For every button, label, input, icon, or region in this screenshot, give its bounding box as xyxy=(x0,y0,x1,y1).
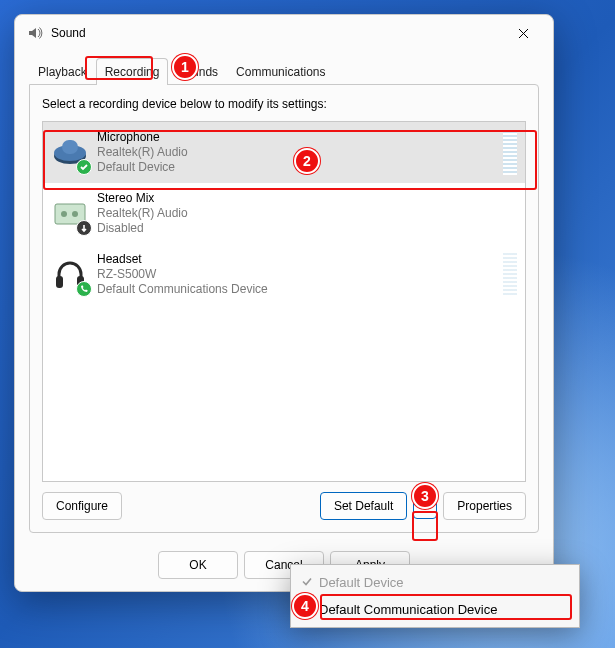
device-name: Headset xyxy=(97,252,268,267)
callout-1: 1 xyxy=(172,54,198,80)
device-status: Default Device xyxy=(97,160,188,175)
device-headset[interactable]: Headset RZ-S500W Default Communications … xyxy=(43,244,525,305)
set-default-button[interactable]: Set Default xyxy=(320,492,407,520)
titlebar: Sound xyxy=(15,15,553,51)
callout-2: 2 xyxy=(294,148,320,174)
headset-icon xyxy=(51,256,89,294)
microphone-icon xyxy=(51,134,89,172)
close-button[interactable] xyxy=(501,18,545,48)
check-badge-icon xyxy=(76,159,92,175)
device-list[interactable]: Microphone Realtek(R) Audio Default Devi… xyxy=(42,121,526,482)
level-meter xyxy=(503,131,517,175)
tab-playback[interactable]: Playback xyxy=(29,58,96,85)
device-microphone[interactable]: Microphone Realtek(R) Audio Default Devi… xyxy=(43,122,525,183)
soundcard-icon xyxy=(51,195,89,233)
device-driver: Realtek(R) Audio xyxy=(97,145,188,160)
menu-default-communication-device[interactable]: Default Communication Device xyxy=(295,596,575,623)
device-status: Disabled xyxy=(97,221,188,236)
speaker-icon xyxy=(27,25,43,41)
window-title: Sound xyxy=(51,26,86,40)
set-default-menu: Default Device Default Communication Dev… xyxy=(290,564,580,628)
properties-button[interactable]: Properties xyxy=(443,492,526,520)
svg-point-5 xyxy=(72,211,78,217)
down-badge-icon xyxy=(76,220,92,236)
device-name: Microphone xyxy=(97,130,188,145)
close-icon xyxy=(518,28,529,39)
svg-point-4 xyxy=(61,211,67,217)
recording-panel: Select a recording device below to modif… xyxy=(29,84,539,533)
phone-badge-icon xyxy=(76,281,92,297)
instruction-text: Select a recording device below to modif… xyxy=(42,97,526,111)
tab-bar: Playback Recording Sounds Communications xyxy=(15,57,553,84)
configure-button[interactable]: Configure xyxy=(42,492,122,520)
device-stereo-mix[interactable]: Stereo Mix Realtek(R) Audio Disabled xyxy=(43,183,525,244)
level-meter xyxy=(503,253,517,297)
device-driver: RZ-S500W xyxy=(97,267,268,282)
device-name: Stereo Mix xyxy=(97,191,188,206)
sound-dialog: Sound Playback Recording Sounds Communic… xyxy=(14,14,554,592)
tab-communications[interactable]: Communications xyxy=(227,58,334,85)
ok-button[interactable]: OK xyxy=(158,551,238,579)
check-icon xyxy=(301,575,313,590)
tab-recording[interactable]: Recording xyxy=(96,58,169,85)
callout-3: 3 xyxy=(412,483,438,509)
svg-rect-2 xyxy=(62,140,78,154)
svg-rect-6 xyxy=(56,276,63,288)
menu-default-device[interactable]: Default Device xyxy=(295,569,575,596)
menu-item-label: Default Device xyxy=(319,575,404,590)
panel-button-row: Configure Set Default Properties xyxy=(42,492,526,520)
callout-4: 4 xyxy=(292,593,318,619)
menu-item-label: Default Communication Device xyxy=(319,602,497,617)
device-driver: Realtek(R) Audio xyxy=(97,206,188,221)
device-status: Default Communications Device xyxy=(97,282,268,297)
